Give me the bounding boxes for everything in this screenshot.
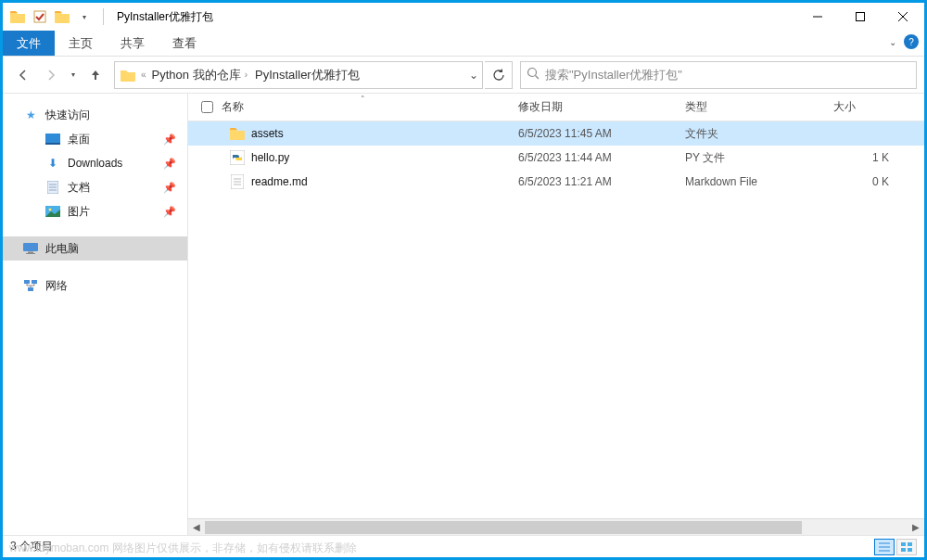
sidebar-item-desktop[interactable]: 桌面 📌 (3, 127, 187, 151)
sidebar-item-label: 图片 (68, 204, 90, 220)
svg-rect-29 (901, 542, 906, 546)
scroll-left-icon[interactable]: ◀ (188, 519, 205, 536)
view-thumbnails-button[interactable] (896, 539, 917, 555)
file-name: readme.md (251, 175, 308, 188)
scroll-right-icon[interactable]: ▶ (908, 519, 924, 536)
refresh-button[interactable] (485, 61, 513, 89)
nav-row: ▾ « Python 我的仓库 › PyInstaller优雅打包 ⌄ (3, 57, 924, 94)
help-icon[interactable]: ? (904, 34, 919, 49)
sidebar-item-label: 快速访问 (45, 108, 90, 123)
table-row[interactable]: assets6/5/2023 11:45 AM文件夹 (188, 121, 924, 146)
ribbon-expand-icon[interactable]: ⌄ (889, 37, 896, 47)
forward-button[interactable] (38, 62, 64, 88)
svg-point-14 (49, 209, 52, 211)
svg-rect-32 (908, 548, 912, 552)
search-input[interactable] (545, 68, 910, 82)
sidebar-item-label: 桌面 (68, 132, 90, 147)
file-size: 1 K (833, 151, 889, 164)
sidebar: ★ 快速访问 桌面 📌 ⬇ Downloads 📌 文档 📌 图片 (3, 94, 188, 535)
chevron-left-icon[interactable]: « (141, 70, 146, 80)
column-date[interactable]: 修改日期 (518, 99, 685, 115)
file-rows: assets6/5/2023 11:45 AM文件夹hello.py6/5/20… (188, 121, 924, 518)
svg-rect-30 (908, 542, 912, 546)
select-all-checkbox[interactable] (201, 101, 213, 113)
svg-rect-2 (857, 13, 865, 21)
search-box[interactable] (520, 61, 917, 89)
column-name[interactable]: 名称 ˄ (222, 99, 518, 115)
sidebar-item-label: 此电脑 (45, 241, 79, 257)
qat-check-icon[interactable] (31, 7, 49, 26)
column-headers: 名称 ˄ 修改日期 类型 大小 (188, 94, 924, 121)
pin-icon: 📌 (163, 206, 176, 218)
body: ★ 快速访问 桌面 📌 ⬇ Downloads 📌 文档 📌 图片 (3, 94, 924, 535)
maximize-button[interactable] (839, 3, 882, 31)
sidebar-item-label: 网络 (45, 278, 68, 294)
sidebar-this-pc[interactable]: 此电脑 (3, 236, 187, 261)
file-date: 6/5/2023 11:44 AM (518, 151, 685, 164)
sidebar-quick-access[interactable]: ★ 快速访问 (3, 103, 187, 127)
file-tab[interactable]: 文件 (3, 31, 55, 56)
svg-rect-19 (32, 280, 37, 284)
sidebar-item-downloads[interactable]: ⬇ Downloads 📌 (3, 151, 187, 175)
sidebar-item-pictures[interactable]: 图片 📌 (3, 199, 187, 223)
recent-dropdown[interactable]: ▾ (66, 62, 81, 88)
app-folder-icon (8, 7, 27, 26)
svg-rect-15 (23, 243, 38, 251)
svg-line-6 (536, 76, 540, 80)
scroll-thumb[interactable] (205, 521, 802, 534)
search-icon (527, 67, 540, 83)
table-row[interactable]: hello.py6/5/2023 11:44 AMPY 文件1 K (188, 146, 924, 170)
back-button[interactable] (10, 62, 36, 88)
network-icon (23, 278, 38, 293)
file-date: 6/5/2023 11:45 AM (518, 127, 685, 140)
file-name: hello.py (251, 151, 289, 164)
title-bar: ▾ PyInstaller优雅打包 (3, 3, 924, 31)
item-count: 3 个项目 (10, 539, 53, 554)
svg-rect-18 (24, 280, 30, 284)
file-icon (229, 125, 246, 142)
tab-view[interactable]: 查看 (159, 31, 210, 56)
qat-folder-icon[interactable] (53, 7, 71, 26)
svg-rect-16 (28, 252, 33, 254)
file-icon (229, 149, 246, 166)
sidebar-item-documents[interactable]: 文档 📌 (3, 175, 187, 199)
ribbon: 文件 主页 共享 查看 ⌄ ? (3, 31, 924, 57)
tab-home[interactable]: 主页 (55, 31, 107, 56)
sort-asc-icon: ˄ (361, 95, 365, 104)
status-bar: 3 个项目 (3, 535, 924, 557)
download-icon: ⬇ (45, 156, 60, 171)
minimize-button[interactable] (796, 3, 839, 31)
qat-dropdown-icon[interactable]: ▾ (75, 7, 94, 26)
file-pane: 名称 ˄ 修改日期 类型 大小 assets6/5/2023 11:45 AM文… (188, 94, 924, 535)
pin-icon: 📌 (163, 158, 176, 170)
document-icon (45, 180, 60, 195)
svg-rect-0 (34, 11, 45, 22)
breadcrumb-segment[interactable]: PyInstaller优雅打包 (253, 67, 362, 83)
tab-share[interactable]: 共享 (107, 31, 159, 56)
picture-icon (45, 204, 60, 219)
breadcrumb-segment[interactable]: Python 我的仓库 › (150, 67, 249, 83)
sidebar-network[interactable]: 网络 (3, 274, 187, 298)
horizontal-scrollbar[interactable]: ◀ ▶ (188, 518, 924, 535)
column-size[interactable]: 大小 (833, 99, 889, 115)
up-button[interactable] (83, 62, 108, 88)
breadcrumb-folder-icon (119, 66, 137, 84)
desktop-icon (45, 132, 60, 146)
svg-point-5 (528, 69, 537, 77)
file-date: 6/5/2023 11:21 AM (518, 175, 685, 188)
pc-icon (23, 241, 38, 256)
svg-rect-7 (45, 134, 60, 143)
sidebar-item-label: Downloads (68, 157, 122, 170)
breadcrumb-dropdown-icon[interactable]: ⌄ (469, 69, 478, 82)
view-details-button[interactable] (874, 539, 895, 555)
file-size: 0 K (833, 175, 889, 188)
breadcrumb[interactable]: « Python 我的仓库 › PyInstaller优雅打包 ⌄ (114, 61, 483, 89)
svg-rect-17 (26, 253, 35, 254)
star-icon: ★ (23, 108, 38, 122)
chevron-right-icon: › (245, 70, 248, 80)
table-row[interactable]: readme.md6/5/2023 11:21 AMMarkdown File0… (188, 170, 924, 194)
file-type: 文件夹 (685, 126, 833, 142)
close-button[interactable] (882, 3, 924, 31)
column-type[interactable]: 类型 (685, 99, 833, 115)
svg-rect-8 (45, 143, 60, 145)
